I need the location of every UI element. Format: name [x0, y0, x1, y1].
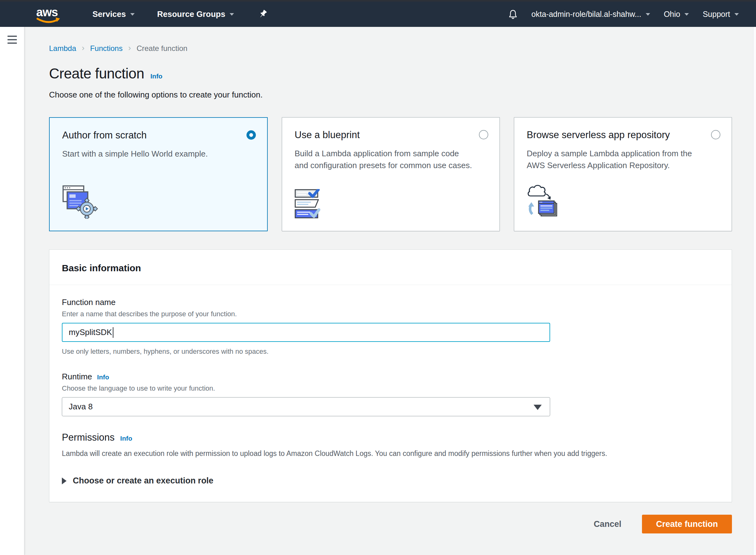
- function-name-value: mySplitSDK: [69, 328, 112, 337]
- card-author-from-scratch[interactable]: Author from scratch Start with a simple …: [49, 117, 268, 231]
- cancel-button[interactable]: Cancel: [593, 519, 621, 529]
- nav-region-label: Ohio: [664, 10, 680, 19]
- card-description: Build a Lambda application from sample c…: [295, 147, 487, 171]
- text-cursor: [113, 327, 114, 338]
- runtime-info-link[interactable]: Info: [97, 374, 109, 381]
- nav-support-label: Support: [703, 10, 730, 19]
- chevron-separator-icon: ›: [128, 43, 131, 53]
- card-title: Author from scratch: [62, 130, 255, 141]
- chevron-down-icon: [684, 13, 689, 16]
- card-use-a-blueprint[interactable]: Use a blueprint Build a Lambda applicati…: [282, 117, 500, 231]
- aws-logo-icon[interactable]: aws: [35, 6, 62, 25]
- chevron-down-icon: [735, 13, 739, 16]
- svg-text:aws: aws: [36, 6, 58, 19]
- nav-resource-groups-menu[interactable]: Resource Groups: [157, 9, 234, 19]
- nav-region-menu[interactable]: Ohio: [664, 10, 689, 19]
- left-rail: [0, 27, 25, 555]
- chevron-down-icon: [230, 13, 234, 16]
- create-function-button[interactable]: Create function: [642, 515, 732, 533]
- runtime-selected-value: Java 8: [69, 402, 93, 412]
- code-window-gear-icon: [62, 185, 99, 220]
- permissions-description: Lambda will create an execution role wit…: [62, 450, 719, 458]
- execution-role-expander[interactable]: Choose or create an execution role: [62, 476, 719, 486]
- nav-account-label: okta-admin-role/bilal.al-shahw...: [531, 10, 641, 19]
- radio-use-a-blueprint[interactable]: [479, 130, 488, 139]
- runtime-select[interactable]: Java 8: [62, 397, 550, 416]
- nav-support-menu[interactable]: Support: [703, 10, 739, 19]
- card-description: Start with a simple Hello World example.: [62, 148, 255, 160]
- nav-services-label: Services: [92, 9, 126, 19]
- top-navbar: aws Services Resource Groups: [0, 2, 756, 27]
- breadcrumb: Lambda › Functions › Create function: [49, 43, 732, 53]
- chevron-down-icon: [646, 13, 650, 16]
- chevron-down-icon: [130, 13, 135, 16]
- dropdown-arrow-icon: [534, 405, 542, 410]
- function-name-help: Enter a name that describes the purpose …: [62, 310, 719, 318]
- function-name-constraint: Use only letters, numbers, hyphens, or u…: [62, 347, 719, 356]
- basic-information-panel: Basic information Function name Enter a …: [49, 249, 732, 502]
- card-browse-serverless-app-repository[interactable]: Browse serverless app repository Deploy …: [514, 117, 732, 231]
- breadcrumb-current: Create function: [136, 44, 187, 53]
- radio-browse-serverless-app-repository[interactable]: [711, 130, 720, 139]
- function-name-label: Function name: [62, 298, 116, 307]
- vertical-scrollbar[interactable]: [753, 27, 756, 555]
- main-content: Lambda › Functions › Create function Cre…: [25, 27, 756, 555]
- nav-services-menu[interactable]: Services: [92, 9, 135, 19]
- nav-resource-groups-label: Resource Groups: [157, 9, 225, 19]
- blueprint-checklist-icon: [295, 189, 332, 220]
- page-title: Create function: [49, 65, 144, 82]
- creation-option-cards: Author from scratch Start with a simple …: [49, 117, 732, 231]
- panel-header: Basic information: [49, 250, 731, 285]
- page-subtitle: Choose one of the following options to c…: [49, 90, 732, 100]
- chevron-separator-icon: ›: [82, 43, 85, 53]
- permissions-label: Permissions: [62, 432, 115, 443]
- radio-author-from-scratch[interactable]: [247, 130, 256, 140]
- card-title: Browse serverless app repository: [527, 129, 719, 141]
- nav-account-menu[interactable]: okta-admin-role/bilal.al-shahw...: [531, 10, 650, 19]
- pushpin-icon[interactable]: [258, 9, 268, 19]
- card-description: Deploy a sample Lambda application from …: [527, 147, 719, 171]
- card-title: Use a blueprint: [295, 129, 487, 141]
- runtime-help: Choose the language to use to write your…: [62, 384, 719, 392]
- breadcrumb-lambda[interactable]: Lambda: [49, 44, 76, 53]
- function-name-input[interactable]: mySplitSDK: [62, 323, 550, 342]
- permissions-info-link[interactable]: Info: [120, 435, 132, 442]
- execution-role-expander-label: Choose or create an execution role: [73, 476, 213, 486]
- hamburger-menu-icon[interactable]: [7, 36, 17, 46]
- cloud-deploy-icon: [527, 184, 567, 220]
- title-info-link[interactable]: Info: [150, 73, 162, 80]
- breadcrumb-functions[interactable]: Functions: [90, 44, 123, 53]
- runtime-label: Runtime: [62, 372, 92, 382]
- expander-triangle-icon: [62, 477, 66, 484]
- bell-icon[interactable]: [508, 9, 518, 19]
